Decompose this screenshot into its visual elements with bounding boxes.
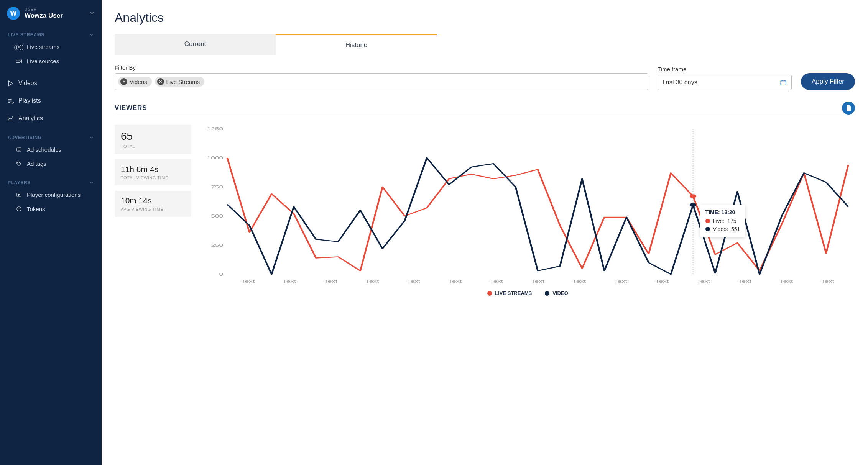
stat-cards: 65 TOTAL 11h 6m 4s TOTAL VIEWING TIME 10… bbox=[115, 125, 191, 296]
svg-point-13 bbox=[16, 207, 21, 211]
user-name: Wowza User bbox=[25, 12, 63, 20]
broadcast-icon: ((•)) bbox=[15, 44, 22, 50]
playlist-icon bbox=[7, 98, 14, 104]
svg-text:Text: Text bbox=[697, 279, 710, 283]
sidebar-item-player-configs[interactable]: Player configurations bbox=[0, 188, 102, 202]
play-icon bbox=[7, 80, 14, 87]
user-menu[interactable]: W USER Wowza User bbox=[0, 5, 102, 28]
svg-marker-6 bbox=[12, 101, 13, 103]
stat-value: 11h 6m 4s bbox=[121, 165, 185, 174]
tooltip-video-value: 551 bbox=[731, 225, 740, 233]
tab-current[interactable]: Current bbox=[115, 34, 276, 55]
calendar-icon bbox=[780, 79, 787, 86]
svg-text:Text: Text bbox=[365, 279, 379, 283]
stat-card-total: 65 TOTAL bbox=[115, 125, 191, 154]
legend-video: VIDEO bbox=[545, 290, 568, 296]
filter-by-label: Filter By bbox=[115, 64, 648, 71]
user-label: USER bbox=[25, 7, 63, 12]
dot-icon bbox=[705, 219, 710, 223]
svg-point-42 bbox=[690, 194, 696, 198]
sidebar-section-advertising[interactable]: ADVERTISING bbox=[0, 130, 102, 142]
sidebar-item-label: Tokens bbox=[27, 206, 45, 212]
svg-text:Text: Text bbox=[655, 279, 669, 283]
svg-text:Text: Text bbox=[324, 279, 338, 283]
svg-text:Text: Text bbox=[407, 279, 421, 283]
chevron-down-icon bbox=[89, 10, 95, 17]
sidebar-item-live-streams[interactable]: ((•)) Live streams bbox=[0, 40, 102, 54]
token-icon bbox=[15, 206, 22, 212]
tag-icon bbox=[15, 161, 22, 167]
svg-rect-0 bbox=[16, 60, 20, 62]
stat-label: AVG VIEWING TIME bbox=[121, 207, 185, 211]
page-title: Analytics bbox=[115, 11, 855, 25]
svg-text:Text: Text bbox=[241, 279, 255, 283]
close-icon[interactable]: ✕ bbox=[157, 78, 164, 85]
sidebar-item-ad-schedules[interactable]: Ad schedules bbox=[0, 142, 102, 157]
sidebar-item-label: Player configurations bbox=[27, 192, 81, 198]
stat-card-total-time: 11h 6m 4s TOTAL VIEWING TIME bbox=[115, 159, 191, 185]
svg-text:750: 750 bbox=[211, 185, 223, 189]
svg-text:Text: Text bbox=[738, 279, 752, 283]
legend-label: VIDEO bbox=[552, 290, 568, 296]
viewers-chart[interactable]: 025050075010001250TextTextTextTextTextTe… bbox=[201, 125, 855, 296]
sidebar-item-label: Playlists bbox=[18, 97, 41, 104]
svg-point-14 bbox=[18, 208, 20, 210]
document-icon bbox=[845, 105, 852, 111]
close-icon[interactable]: ✕ bbox=[120, 78, 127, 85]
chart-icon bbox=[7, 115, 14, 122]
svg-text:0: 0 bbox=[219, 272, 224, 277]
filter-by-group: Filter By ✕ Videos ✕ Live Streams bbox=[115, 64, 648, 90]
schedule-icon bbox=[15, 147, 22, 152]
sidebar-section-players[interactable]: PLAYERS bbox=[0, 175, 102, 188]
tooltip-live-label: Live: bbox=[713, 217, 725, 225]
sidebar-item-live-sources[interactable]: Live sources bbox=[0, 54, 102, 68]
sidebar-item-analytics[interactable]: Analytics bbox=[0, 111, 102, 126]
filter-chip-live-streams[interactable]: ✕ Live Streams bbox=[155, 77, 205, 87]
chevron-down-icon bbox=[89, 180, 94, 185]
tab-historic[interactable]: Historic bbox=[276, 34, 437, 55]
dot-icon bbox=[487, 291, 492, 296]
chart-tooltip: TIME: 13:20 Live: 175 Video: 551 bbox=[700, 205, 746, 237]
sidebar: W USER Wowza User LIVE STREAMS ((•)) Liv… bbox=[0, 0, 102, 465]
avatar: W bbox=[7, 7, 20, 20]
filter-chip-videos[interactable]: ✕ Videos bbox=[118, 77, 152, 87]
config-icon bbox=[15, 192, 22, 198]
stat-label: TOTAL VIEWING TIME bbox=[121, 175, 185, 180]
sidebar-item-videos[interactable]: Videos bbox=[0, 76, 102, 90]
camera-icon bbox=[15, 58, 22, 64]
timeframe-label: Time frame bbox=[658, 66, 792, 72]
sidebar-item-playlists[interactable]: Playlists bbox=[0, 93, 102, 108]
svg-rect-11 bbox=[16, 193, 21, 196]
section-title: PLAYERS bbox=[8, 180, 31, 185]
stat-label: TOTAL bbox=[121, 144, 185, 149]
sidebar-item-tokens[interactable]: Tokens bbox=[0, 202, 102, 216]
chevron-down-icon bbox=[89, 33, 94, 37]
svg-text:1000: 1000 bbox=[207, 156, 224, 160]
svg-text:Text: Text bbox=[572, 279, 586, 283]
stat-card-avg-time: 10m 14s AVG VIEWING TIME bbox=[115, 191, 191, 217]
svg-point-41 bbox=[690, 203, 696, 207]
svg-marker-2 bbox=[8, 81, 12, 86]
main-content: Analytics Current Historic Filter By ✕ V… bbox=[102, 0, 868, 465]
timeframe-select[interactable]: Last 30 days bbox=[658, 75, 792, 90]
svg-rect-7 bbox=[16, 148, 21, 151]
svg-text:Text: Text bbox=[448, 279, 462, 283]
export-report-button[interactable] bbox=[842, 102, 855, 115]
chip-label: Videos bbox=[130, 79, 147, 85]
tabs: Current Historic bbox=[115, 34, 855, 55]
sidebar-section-live-streams[interactable]: LIVE STREAMS bbox=[0, 28, 102, 40]
filter-by-input[interactable]: ✕ Videos ✕ Live Streams bbox=[115, 73, 648, 90]
stat-value: 10m 14s bbox=[121, 196, 185, 205]
timeframe-value: Last 30 days bbox=[663, 79, 697, 86]
timeframe-group: Time frame Last 30 days bbox=[658, 66, 792, 90]
svg-text:Text: Text bbox=[821, 279, 835, 283]
apply-filter-button[interactable]: Apply Filter bbox=[801, 73, 855, 90]
svg-text:500: 500 bbox=[211, 214, 223, 218]
legend-label: LIVE STREAMS bbox=[495, 290, 532, 296]
tooltip-video-label: Video: bbox=[713, 225, 728, 233]
sidebar-item-ad-tags[interactable]: Ad tags bbox=[0, 157, 102, 171]
tooltip-live-value: 175 bbox=[727, 217, 736, 225]
sidebar-item-label: Ad schedules bbox=[27, 146, 61, 153]
tooltip-time-label: TIME: bbox=[705, 209, 720, 215]
section-title: LIVE STREAMS bbox=[8, 32, 44, 38]
